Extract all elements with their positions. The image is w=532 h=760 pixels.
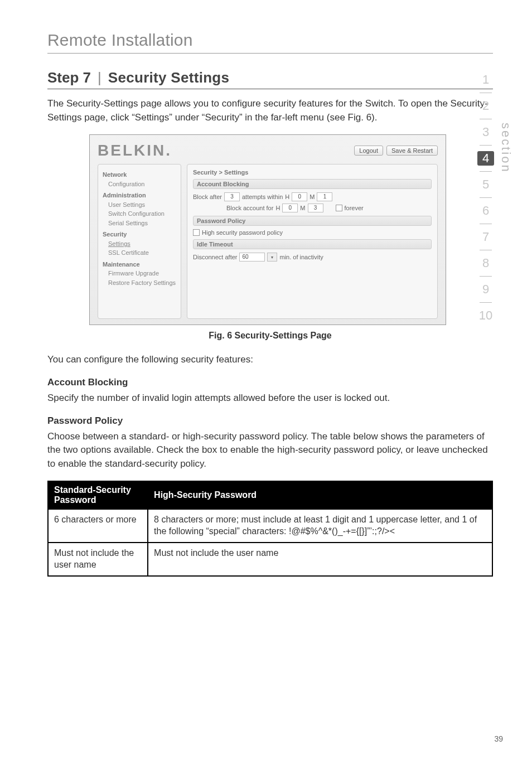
section-number-2: 2 xyxy=(477,99,494,113)
table-row: 6 characters or more8 characters or more… xyxy=(48,509,492,543)
password-policy-heading: Password Policy xyxy=(193,216,432,226)
settings-content: Security > Settings Account Blocking Blo… xyxy=(187,164,438,319)
nav-group: Network xyxy=(103,170,176,180)
logout-button[interactable]: Logout xyxy=(354,146,383,156)
rail-divider xyxy=(480,224,492,224)
forever-checkbox[interactable] xyxy=(336,205,342,211)
rail-divider xyxy=(480,145,492,146)
section-number-7: 7 xyxy=(477,230,494,244)
block-after-label: Block after xyxy=(193,193,222,200)
high-security-checkbox[interactable] xyxy=(193,229,200,236)
breadcrumb: Security > Settings xyxy=(193,169,432,176)
h-input-2[interactable]: 0 xyxy=(282,204,298,212)
forever-label: forever xyxy=(345,205,364,211)
nav-item[interactable]: Configuration xyxy=(108,180,176,189)
rail-divider xyxy=(480,250,492,250)
rail-divider xyxy=(480,171,492,172)
block-after-input[interactable]: 3 xyxy=(224,192,240,201)
m-label-2: M xyxy=(300,205,305,211)
step-heading: Step 7 | Security Settings xyxy=(47,69,493,89)
table-cell-standard: 6 characters or more xyxy=(48,509,148,543)
section-label: section xyxy=(499,123,513,173)
page-number: 39 xyxy=(494,734,503,743)
section-number-6: 6 xyxy=(477,204,494,218)
left-nav: NetworkConfigurationAdministrationUser S… xyxy=(98,164,181,319)
screenshot-panel: BELKIN. Logout Save & Restart NetworkCon… xyxy=(89,134,446,325)
password-policy-text: Choose between a standard- or high-secur… xyxy=(47,430,493,471)
rail-divider xyxy=(480,119,492,119)
account-blocking-subheading: Account Blocking xyxy=(47,377,493,388)
section-number-3: 3 xyxy=(477,125,494,139)
nav-item[interactable]: Serial Settings xyxy=(108,219,176,228)
idle-timeout-heading: Idle Timeout xyxy=(193,239,432,249)
m-input-1[interactable]: 1 xyxy=(317,192,332,201)
nav-item[interactable]: User Settings xyxy=(108,200,176,210)
table-cell-high: 8 characters or more; must include at le… xyxy=(148,509,492,543)
rail-divider xyxy=(480,302,492,303)
save-restart-button[interactable]: Save & Restart xyxy=(386,146,438,156)
nav-item[interactable]: Firmware Upgrade xyxy=(108,269,176,278)
table-header-high: High-Security Password xyxy=(148,481,492,509)
password-policy-table: Standard-Security Password High-Security… xyxy=(47,481,493,576)
table-row: Must not include the user nameMust not i… xyxy=(48,543,492,576)
attempts-within-label: attempts within xyxy=(242,193,283,200)
h-label-2: H xyxy=(275,205,280,211)
section-number-9: 9 xyxy=(477,282,494,297)
table-cell-standard: Must not include the user name xyxy=(48,543,148,576)
section-rail: 12345678910 section xyxy=(477,72,513,323)
password-policy-subheading: Password Policy xyxy=(47,415,493,427)
nav-group: Security xyxy=(103,230,176,239)
rail-divider xyxy=(480,276,492,277)
disconnect-after-input[interactable]: 60 xyxy=(239,253,265,262)
section-number-4: 4 xyxy=(477,151,494,166)
table-header-standard: Standard-Security Password xyxy=(48,481,148,509)
brand-logo: BELKIN. xyxy=(98,142,172,159)
h-input-1[interactable]: 0 xyxy=(292,192,307,201)
nav-group: Administration xyxy=(103,191,176,200)
section-number-8: 8 xyxy=(477,256,494,270)
unit-select[interactable]: ▾ xyxy=(267,253,277,262)
figure-caption: Fig. 6 Security-Settings Page xyxy=(47,331,493,341)
post-figure-text: You can configure the following security… xyxy=(47,353,493,367)
step-label: Step 7 xyxy=(47,69,91,86)
table-cell-high: Must not include the user name xyxy=(148,543,492,576)
account-blocking-heading: Account Blocking xyxy=(193,179,432,189)
m-label-1: M xyxy=(309,193,315,200)
step-separator: | xyxy=(98,69,101,86)
h-label-1: H xyxy=(285,193,289,200)
nav-item[interactable]: Restore Factory Settings xyxy=(108,278,176,288)
account-blocking-text: Specify the number of invalid login atte… xyxy=(47,391,493,405)
page-title: Remote Installation xyxy=(47,31,493,54)
section-number-10: 10 xyxy=(477,308,494,323)
nav-item[interactable]: Settings xyxy=(108,239,176,249)
step-title: Security Settings xyxy=(108,69,230,86)
high-security-label: High security password policy xyxy=(202,229,283,236)
disconnect-after-label: Disconnect after xyxy=(193,254,237,260)
block-account-for-label: Block account for xyxy=(226,205,273,211)
intro-paragraph: The Security-Settings page allows you to… xyxy=(47,97,493,124)
nav-item[interactable]: SSL Certificate xyxy=(108,248,176,258)
rail-divider xyxy=(480,197,492,198)
rail-divider xyxy=(480,93,492,93)
nav-item[interactable]: Switch Configuration xyxy=(108,209,176,219)
unit-label: min. of inactivity xyxy=(279,254,323,260)
nav-group: Maintenance xyxy=(103,260,176,269)
m-input-2[interactable]: 3 xyxy=(308,204,323,212)
section-number-5: 5 xyxy=(477,177,494,192)
section-number-1: 1 xyxy=(477,72,494,87)
